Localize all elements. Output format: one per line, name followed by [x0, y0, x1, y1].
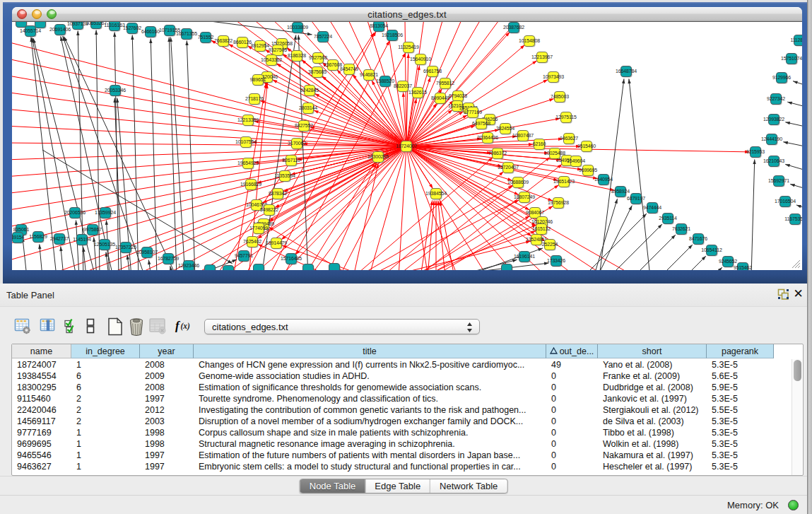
graph-node[interactable]: 16210643: [763, 156, 784, 168]
network-window[interactable]: citations_edges.txt 14055714206914061093…: [12, 7, 802, 270]
graph-node[interactable]: 6961758: [423, 66, 442, 78]
memory-status-indicator[interactable]: [788, 500, 799, 510]
graph-node[interactable]: 16648784: [616, 66, 637, 78]
graph-node[interactable]: 1156829: [29, 232, 47, 243]
graph-node[interactable]: 11675354: [784, 214, 802, 226]
graph-node[interactable]: 1640954: [594, 175, 613, 186]
column-header-title[interactable]: title: [194, 344, 546, 358]
table-row[interactable]: 977716911998Corpus callosum shape and si…: [12, 427, 774, 438]
graph-node[interactable]: 1527602: [123, 23, 141, 35]
graph-node[interactable]: 17016504: [775, 197, 796, 208]
column-header-out_de[interactable]: out_de...: [546, 344, 598, 358]
graph-node[interactable]: 1112853: [790, 35, 802, 47]
graph-node[interactable]: 15751074: [781, 54, 802, 65]
graph-node[interactable]: 751552: [198, 33, 214, 44]
graph-node[interactable]: 8813054: [370, 22, 388, 33]
table-row[interactable]: 1456911722003Disruption of a novel membe…: [12, 416, 774, 427]
graph-node[interactable]: 2935114: [659, 214, 677, 225]
table-row[interactable]: 1938455462009Genome-wide association stu…: [12, 370, 774, 382]
graph-node[interactable]: 9474444: [643, 203, 661, 214]
column-header-in_degree[interactable]: in_degree: [71, 344, 140, 358]
graph-node[interactable]: 11316163: [104, 22, 125, 32]
graph-node[interactable]: 8471676: [689, 234, 707, 245]
graph-node[interactable]: 6466160: [141, 27, 160, 38]
graph-node[interactable]: 7955812: [436, 78, 454, 90]
graph-node[interactable]: 20206536: [64, 208, 86, 219]
close-panel-icon[interactable]: ✕: [792, 288, 804, 300]
network-window-titlebar[interactable]: citations_edges.txt: [12, 7, 802, 22]
graph-node[interactable]: 12923446: [178, 261, 199, 271]
tab-node-table[interactable]: Node Table: [300, 479, 366, 493]
graph-node[interactable]: 9129966: [772, 73, 791, 84]
new-document-button[interactable]: [107, 317, 123, 339]
graph-node[interactable]: 62160: [533, 139, 546, 151]
import-table-disabled-button[interactable]: [149, 317, 166, 337]
graph-node[interactable]: 10958107: [136, 247, 158, 259]
graph-node[interactable]: 9515460: [577, 141, 596, 153]
resize-grip-icon[interactable]: [792, 259, 801, 269]
table-vertical-scrollbar[interactable]: [792, 359, 802, 475]
graph-node[interactable]: 1145194: [73, 235, 91, 246]
graph-node[interactable]: 11325419: [398, 42, 419, 54]
graph-node[interactable]: [205, 265, 216, 271]
graph-node[interactable]: 12505135: [94, 240, 115, 251]
right-scrollbar-gutter[interactable]: [807, 0, 812, 514]
function-builder-button[interactable]: f (x): [175, 317, 193, 336]
graph-node[interactable]: 7485003: [551, 92, 569, 103]
graph-node[interactable]: [254, 264, 265, 271]
graph-node[interactable]: 9699695: [579, 165, 597, 177]
graph-node[interactable]: 3170062: [288, 139, 306, 150]
graph-node[interactable]: 1733426: [547, 256, 565, 267]
table-row[interactable]: 946362711997Embryonic stem cells: a mode…: [12, 461, 774, 472]
select-columns-button[interactable]: [40, 317, 57, 337]
graph-node[interactable]: 15640910: [410, 54, 431, 66]
select-all-button[interactable]: [64, 317, 78, 337]
table-row[interactable]: 946554611997Estimation of the future num…: [12, 450, 774, 461]
graph-node[interactable]: 20387682: [503, 23, 524, 34]
table-row[interactable]: 1830029562008Estimation of significance …: [12, 382, 774, 393]
table-row[interactable]: 911546021997Tourette syndrome. Phenomeno…: [12, 393, 774, 404]
column-header-short[interactable]: short: [598, 344, 707, 358]
table-row[interactable]: 969969511998Structural magnetic resonanc…: [12, 438, 774, 450]
graph-node[interactable]: 19654923: [237, 158, 259, 170]
graph-node[interactable]: 19218506: [382, 30, 403, 42]
graph-node[interactable]: 15692971: [768, 176, 789, 187]
network-canvas[interactable]: 1405571420691406109371391065326711316163…: [12, 22, 802, 270]
graph-node[interactable]: [502, 264, 513, 271]
graph-node[interactable]: 8267110: [282, 156, 300, 167]
column-header-year[interactable]: year: [140, 344, 194, 358]
graph-node[interactable]: 16196141: [514, 252, 535, 263]
column-header-name[interactable]: name: [12, 344, 71, 358]
graph-node[interactable]: [303, 264, 314, 271]
table-select-dropdown[interactable]: citations_edges.txt: [204, 319, 480, 334]
float-panel-icon[interactable]: [777, 288, 790, 300]
graph-node[interactable]: 17359924: [95, 208, 116, 219]
graph-node[interactable]: [35, 22, 47, 29]
graph-node[interactable]: 8215953: [746, 147, 765, 158]
graph-node[interactable]: [223, 266, 235, 271]
graph-node[interactable]: 8990448: [431, 93, 449, 105]
graph-node[interactable]: 15716485: [281, 254, 302, 265]
table-row[interactable]: 2242004622012Investigating the contribut…: [12, 404, 774, 416]
graph-node[interactable]: [329, 264, 341, 271]
deselect-all-button[interactable]: [86, 317, 95, 337]
graph-node[interactable]: 15720407: [498, 163, 519, 174]
delete-button[interactable]: [128, 317, 145, 339]
graph-node[interactable]: 7857224: [314, 32, 332, 43]
graph-node[interactable]: 20053346: [105, 86, 126, 97]
graph-node[interactable]: 1362615: [408, 88, 427, 99]
table-row[interactable]: 1872400712008Changes of HCN gene express…: [12, 359, 774, 370]
graph-node[interactable]: 2718176: [245, 94, 264, 105]
graph-node[interactable]: 9463627: [560, 134, 578, 145]
show-column-settings-button[interactable]: [14, 317, 31, 337]
graph-node[interactable]: 39154: [12, 233, 25, 244]
graph-node[interactable]: 7632621: [672, 224, 690, 235]
column-header-pagerank[interactable]: pagerank: [707, 344, 774, 358]
graph-node[interactable]: 10154808: [519, 36, 540, 47]
tab-edge-table[interactable]: Edge Table: [365, 479, 430, 493]
graph-node[interactable]: 12975115: [555, 112, 577, 124]
graph-node[interactable]: 10654112: [701, 245, 722, 257]
graph-node[interactable]: 12093822: [763, 115, 784, 126]
graph-node[interactable]: 252254: [542, 240, 558, 251]
scrollbar-thumb[interactable]: [794, 360, 801, 381]
